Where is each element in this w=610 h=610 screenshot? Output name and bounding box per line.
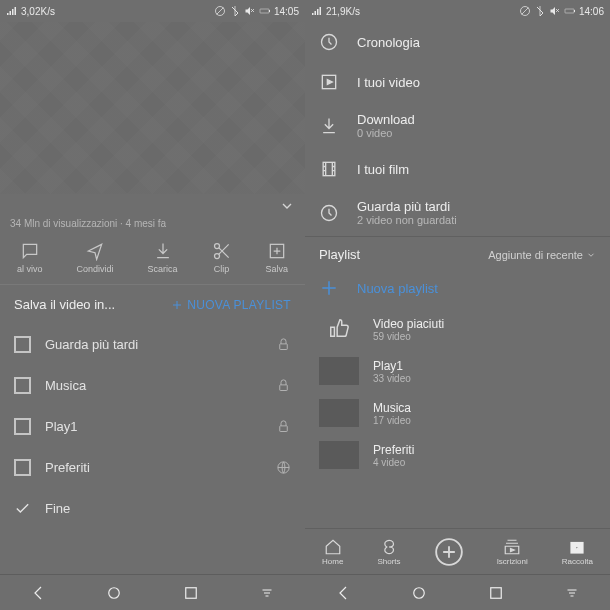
back-icon[interactable] [334, 584, 352, 602]
playlist-thumb [319, 357, 359, 385]
shorts-icon [380, 538, 398, 556]
download-action[interactable]: Scarica [148, 241, 178, 274]
item-label: Musica [45, 378, 86, 393]
svg-line-1 [216, 8, 223, 15]
lock-icon [276, 378, 291, 393]
signal-icon [6, 5, 18, 17]
share-icon [85, 241, 105, 261]
status-bar: 3,02K/s 14:05 [0, 0, 305, 22]
new-playlist-link[interactable]: NUOVA PLAYLIST [171, 298, 291, 312]
save-action[interactable]: Salva [265, 241, 288, 274]
video-actions-row: al vivo Condividi Scarica Clip Salva [0, 235, 305, 285]
nav-shorts[interactable]: Shorts [377, 538, 400, 566]
nav-home[interactable]: Home [322, 538, 343, 566]
donotdisturb-icon [519, 5, 531, 17]
nav-library[interactable]: Raccolta [562, 538, 593, 566]
home-icon[interactable] [410, 584, 428, 602]
svg-rect-28 [490, 587, 501, 598]
svg-rect-9 [280, 344, 288, 350]
plus-icon [171, 299, 183, 311]
done-row[interactable]: Fine [0, 488, 305, 529]
checkbox[interactable] [14, 377, 31, 394]
playlist-preferiti[interactable]: Preferiti4 video [305, 434, 610, 476]
thumbs-up-icon [319, 315, 359, 343]
done-label: Fine [45, 501, 70, 516]
speed-text: 3,02K/s [21, 6, 55, 17]
battery-icon [259, 5, 271, 17]
your-videos-item[interactable]: I tuoi video [305, 62, 610, 102]
film-icon [319, 159, 339, 179]
video-player-area[interactable] [0, 22, 305, 194]
new-playlist-label: Nuova playlist [357, 281, 438, 296]
svg-point-27 [414, 587, 425, 598]
mute-icon [549, 5, 561, 17]
library-icon [568, 538, 586, 556]
video-info-bar [0, 194, 305, 218]
new-playlist-row[interactable]: Nuova playlist [305, 268, 610, 308]
sheet-title: Salva il video in... [14, 297, 115, 312]
save-item-later[interactable]: Guarda più tardi [0, 324, 305, 365]
battery-icon [564, 5, 576, 17]
chevron-down-icon [586, 250, 596, 260]
recent-icon[interactable] [487, 584, 505, 602]
recent-icon[interactable] [182, 584, 200, 602]
scissors-icon [212, 241, 232, 261]
back-icon[interactable] [29, 584, 47, 602]
left-screen: 3,02K/s 14:05 34 Mln di visualizzazioni … [0, 0, 305, 610]
home-icon [324, 538, 342, 556]
play-square-icon [319, 72, 339, 92]
svg-rect-11 [280, 426, 288, 432]
clip-action[interactable]: Clip [212, 241, 232, 274]
youtube-bottom-bar: Home Shorts Iscrizioni Raccolta [305, 528, 610, 574]
svg-rect-23 [323, 162, 335, 175]
item-label: Play1 [45, 419, 78, 434]
downloads-item[interactable]: Download0 video [305, 102, 610, 149]
svg-rect-19 [565, 9, 574, 13]
download-icon [153, 241, 173, 261]
movies-item[interactable]: I tuoi film [305, 149, 610, 189]
signal-icon [311, 5, 323, 17]
svg-rect-14 [185, 587, 196, 598]
drawer-icon[interactable] [563, 584, 581, 602]
playlist-liked[interactable]: Video piaciuti59 video [305, 308, 610, 350]
playlist-section-header: Playlist Aggiunte di recente [305, 236, 610, 268]
playlist-musica[interactable]: Musica17 video [305, 392, 610, 434]
time-text: 14:05 [274, 6, 299, 17]
drawer-icon[interactable] [258, 584, 276, 602]
save-item-musica[interactable]: Musica [0, 365, 305, 406]
donotdisturb-icon [214, 5, 226, 17]
history-item[interactable]: Cronologia [305, 22, 610, 62]
right-screen: 21,9K/s 14:06 Cronologia I tuoi video Do… [305, 0, 610, 610]
watch-later-item[interactable]: Guarda più tardi2 video non guardati [305, 189, 610, 236]
item-label: Preferiti [45, 460, 90, 475]
globe-icon [276, 460, 291, 475]
save-item-play1[interactable]: Play1 [0, 406, 305, 447]
home-icon[interactable] [105, 584, 123, 602]
checkbox[interactable] [14, 336, 31, 353]
playlist-list: Video piaciuti59 video Play133 video Mus… [305, 308, 610, 528]
android-nav-bar [305, 574, 610, 610]
video-stats: 34 Mln di visualizzazioni · 4 mesi fa [0, 218, 305, 235]
share-action[interactable]: Condividi [76, 241, 113, 274]
checkbox[interactable] [14, 459, 31, 476]
sort-dropdown[interactable]: Aggiunte di recente [488, 249, 596, 261]
playlist-thumb [319, 441, 359, 469]
chevron-down-icon[interactable] [279, 198, 295, 214]
save-playlist-list: Guarda più tardi Musica Play1 Preferiti … [0, 324, 305, 574]
speed-text: 21,9K/s [326, 6, 360, 17]
save-sheet-header: Salva il video in... NUOVA PLAYLIST [0, 285, 305, 324]
mute-icon [244, 5, 256, 17]
checkbox[interactable] [14, 418, 31, 435]
time-text: 14:06 [579, 6, 604, 17]
svg-rect-10 [280, 385, 288, 391]
subscriptions-icon [503, 538, 521, 556]
library-list: Cronologia I tuoi video Download0 video … [305, 22, 610, 236]
playlist-thumb [319, 399, 359, 427]
nav-subscriptions[interactable]: Iscrizioni [497, 538, 528, 566]
svg-point-13 [109, 587, 120, 598]
live-action[interactable]: al vivo [17, 241, 43, 274]
playlist-play1[interactable]: Play133 video [305, 350, 610, 392]
nav-add[interactable] [435, 538, 463, 566]
save-item-preferiti[interactable]: Preferiti [0, 447, 305, 488]
android-nav-bar [0, 574, 305, 610]
